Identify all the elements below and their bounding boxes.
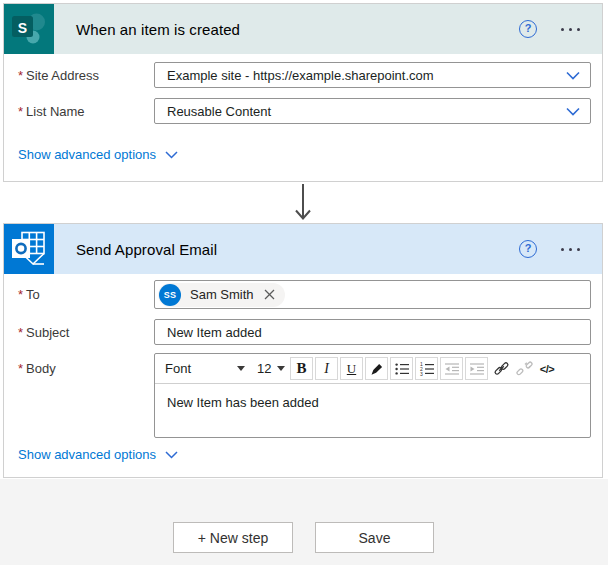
site-address-dropdown[interactable]: Example site - https://example.sharepoin…	[154, 62, 591, 88]
more-options-icon[interactable]	[561, 24, 580, 35]
chevron-down-icon	[165, 451, 178, 459]
trigger-show-advanced-options-link[interactable]: Show advanced options	[18, 147, 178, 162]
unlink-icon	[516, 360, 533, 377]
more-options-icon[interactable]	[561, 244, 580, 255]
numbered-list-button[interactable]: 123	[415, 357, 438, 380]
body-field[interactable]: New Item has been added	[155, 384, 590, 437]
site-address-label: *Site Address	[18, 68, 154, 83]
text-color-button[interactable]	[365, 357, 388, 380]
link-button[interactable]	[490, 357, 513, 380]
required-asterisk: *	[18, 325, 23, 340]
svg-text:S: S	[18, 20, 27, 36]
remove-recipient-icon[interactable]	[264, 289, 275, 300]
chevron-down-icon	[165, 151, 178, 159]
unlink-button[interactable]	[513, 357, 536, 380]
body-editor: Font 12 B I U	[154, 353, 591, 438]
bulleted-list-button[interactable]	[390, 357, 413, 380]
list-name-dropdown[interactable]: Reusable Content	[154, 98, 591, 124]
indent-button[interactable]	[465, 357, 488, 380]
save-button[interactable]: Save	[315, 522, 434, 553]
canvas-footer-background	[0, 479, 608, 565]
help-icon[interactable]: ?	[519, 20, 537, 38]
trigger-card: S When an item is created ? *Site Addres…	[3, 3, 603, 182]
chevron-down-icon	[566, 107, 580, 116]
code-view-button[interactable]: </>	[536, 357, 558, 380]
chevron-down-icon	[566, 71, 580, 80]
action-card: Send Approval Email ? *To SS Sam Smith	[3, 223, 603, 478]
action-show-advanced-options-link[interactable]: Show advanced options	[18, 447, 178, 462]
required-asterisk: *	[18, 68, 23, 83]
subject-field[interactable]: New Item added	[154, 319, 591, 345]
trigger-card-title: When an item is created	[76, 21, 240, 38]
sharepoint-icon: S	[4, 4, 54, 54]
link-icon	[493, 360, 510, 377]
font-size-dropdown[interactable]: 12	[253, 361, 290, 376]
subject-label: *Subject	[18, 325, 154, 340]
action-card-title: Send Approval Email	[76, 241, 217, 258]
outdent-button[interactable]	[440, 357, 463, 380]
new-step-button[interactable]: + New step	[173, 522, 293, 553]
underline-button[interactable]: U	[340, 357, 363, 380]
caret-down-icon	[237, 366, 245, 371]
required-asterisk: *	[18, 361, 23, 376]
avatar: SS	[159, 284, 181, 306]
numbered-list-icon: 123	[419, 361, 435, 377]
required-asterisk: *	[18, 104, 23, 119]
italic-button[interactable]: I	[315, 357, 338, 380]
connector-arrow[interactable]	[294, 184, 312, 222]
svg-text:3: 3	[420, 370, 423, 376]
outdent-icon	[444, 361, 460, 377]
recipient-chip[interactable]: SS Sam Smith	[158, 283, 285, 307]
recipient-name: Sam Smith	[190, 287, 254, 302]
action-card-header[interactable]: Send Approval Email ?	[4, 224, 602, 274]
pen-icon	[369, 361, 385, 377]
trigger-card-header[interactable]: S When an item is created ?	[4, 4, 602, 54]
caret-down-icon	[277, 366, 285, 371]
rich-text-toolbar: Font 12 B I U	[155, 354, 590, 384]
bulleted-list-icon	[394, 361, 410, 377]
body-label: *Body	[18, 353, 154, 376]
bold-button[interactable]: B	[290, 357, 313, 380]
to-field[interactable]: SS Sam Smith	[154, 280, 591, 309]
font-dropdown[interactable]: Font	[157, 361, 253, 376]
flow-designer-canvas: S When an item is created ? *Site Addres…	[0, 0, 608, 565]
required-asterisk: *	[18, 287, 23, 302]
to-label: *To	[18, 287, 154, 302]
indent-icon	[469, 361, 485, 377]
list-name-value: Reusable Content	[167, 104, 271, 119]
help-icon[interactable]: ?	[519, 240, 537, 258]
site-address-value: Example site - https://example.sharepoin…	[167, 68, 434, 83]
outlook-icon	[4, 224, 54, 274]
list-name-label: *List Name	[18, 104, 154, 119]
